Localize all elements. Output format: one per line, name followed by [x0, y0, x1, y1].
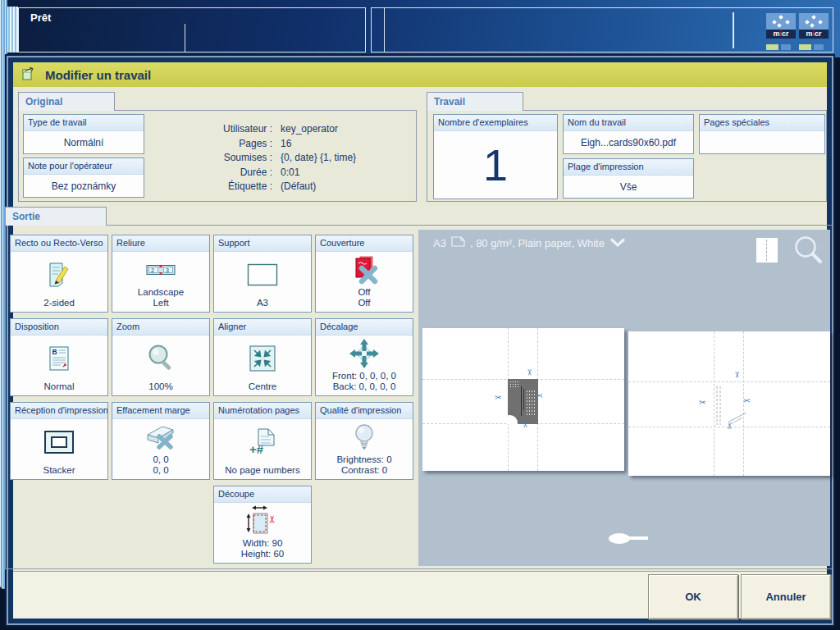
tile-special-pages[interactable]: Pages spéciales [699, 114, 825, 154]
job-info-block: Utilisateur :key_operator Pages :16 Soum… [190, 122, 410, 194]
tile-print-quality[interactable]: Qualité d'impression Brightness: 0Contra… [315, 402, 413, 480]
chevron-down-icon [609, 237, 626, 249]
info-row: Pages :16 [190, 137, 410, 152]
tray2-level-green [799, 44, 811, 50]
svg-text:+#: +# [249, 442, 264, 456]
tile-erase-margin[interactable]: Effacement marge 0, 00, 0 [112, 402, 210, 480]
tab-original[interactable]: Original [18, 92, 115, 111]
top-status-bar: Prêt micr [0, 0, 840, 57]
align-icon [214, 336, 311, 381]
tile-media[interactable]: Support A3 [213, 235, 312, 313]
tray1-level-green [766, 44, 778, 50]
svg-text:B: B [52, 348, 57, 356]
preview-sheet-front: ✂ ✂ ✂ ✂ [422, 328, 624, 471]
tile-zoom[interactable]: Zoom 100% [112, 318, 210, 396]
paper-icon [451, 236, 465, 249]
edit-job-icon [21, 66, 35, 84]
info-row: Étiquette :(Défaut) [190, 180, 410, 194]
trim-icon: ✂ [214, 503, 311, 538]
status-divider [185, 24, 185, 52]
shift-icon [316, 336, 413, 371]
tray-section-divider [733, 12, 734, 48]
tile-cover[interactable]: Couverture OffOff [315, 235, 413, 313]
media-icon [214, 252, 311, 298]
tile-trim[interactable]: Découpe ✂ Width: 90Height: 60 [213, 486, 312, 564]
micr-tray-icon-1[interactable]: micr [766, 13, 796, 39]
tray1-level-blue [781, 44, 791, 50]
micr-tray-icon-2[interactable]: micr [799, 13, 829, 39]
tile-output-tray[interactable]: Réception d'impression Stacker [10, 402, 108, 480]
tile-layout[interactable]: Disposition B Normal [10, 318, 108, 396]
info-row: Durée :0:01 [190, 166, 410, 180]
tile-align[interactable]: Aligner Centre [213, 318, 312, 396]
ok-button[interactable]: OK [648, 574, 738, 619]
cut-mark-icon: ✂ [536, 392, 542, 400]
cut-mark-icon: ✂ [726, 422, 734, 429]
tray-label: micr [799, 30, 829, 39]
tile-duplex[interactable]: Recto ou Recto-Verso 2-sided [10, 235, 108, 313]
tile-binding[interactable]: Reliure 2 3 LandscapeLeft [112, 235, 210, 313]
zoom-icon [112, 336, 209, 381]
tray2-level-blue [814, 44, 824, 50]
page-handle[interactable] [609, 533, 630, 544]
booklet-view-icon[interactable] [756, 238, 778, 262]
screen: Prêt micr [0, 0, 840, 630]
duplex-icon [11, 252, 107, 298]
tile-job-type[interactable]: Type de travail Normální [23, 114, 144, 154]
card-front-artwork [508, 379, 538, 424]
info-row: Utilisateur :key_operator [190, 122, 410, 137]
dialog-title: Modifier un travail [45, 68, 151, 82]
svg-text:✂: ✂ [267, 514, 278, 523]
layout-icon: B [11, 336, 107, 381]
tab-travail[interactable]: Travail [427, 92, 523, 111]
preview-area: A3 , 80 g/m², Plain paper, White [418, 230, 830, 566]
stacker-icon [11, 419, 107, 465]
tile-job-name[interactable]: Nom du travail Eigh...cards90x60.pdf [563, 114, 694, 154]
dialog-title-bar: Modifier un travail [13, 62, 827, 87]
tile-shift[interactable]: Décalage Front: 0, 0, 0, 0Back: 0, 0, 0,… [315, 318, 413, 396]
media-selector[interactable]: A3 , 80 g/m², Plain paper, White [433, 236, 626, 249]
tray-media-icon [799, 13, 829, 30]
tile-copies[interactable]: Nombre d'exemplaires 1 [433, 114, 558, 199]
crop-line [714, 331, 714, 476]
media-name: A3 [433, 237, 446, 249]
page-numbers-icon: +# [214, 419, 311, 465]
crop-line [628, 381, 830, 382]
media-details: , 80 g/m², Plain paper, White [470, 237, 605, 249]
tray-box-divider [384, 8, 385, 52]
svg-text:2: 2 [151, 267, 154, 272]
stripe-accent [7, 7, 18, 52]
cut-mark-icon: ✂ [743, 397, 750, 405]
info-row: Soumises :{0, date} {1, time} [190, 151, 410, 166]
preview-zoom-icon[interactable] [792, 235, 824, 271]
tray-label: micr [766, 30, 796, 39]
cut-mark-icon: ✂ [733, 372, 741, 378]
copies-count: 1 [483, 139, 508, 190]
svg-text:3: 3 [166, 267, 169, 272]
tab-sortie[interactable]: Sortie [5, 207, 107, 226]
cut-mark-icon: ✂ [522, 421, 530, 427]
tray-box: micr micr [371, 7, 833, 52]
tile-operator-note[interactable]: Note pour l'opérateur Bez poznámky [23, 158, 144, 198]
cut-mark-icon: ✂ [699, 399, 705, 407]
cut-mark-icon: ✂ [495, 394, 501, 402]
binding-icon: 2 3 [112, 252, 209, 287]
printer-status-text: Prêt [30, 11, 51, 24]
card-back-artwork [715, 386, 723, 425]
tile-print-range[interactable]: Plage d'impression Vše [563, 158, 694, 199]
page-handle-tail [628, 536, 648, 540]
status-box: Prêt [18, 7, 366, 52]
erase-margin-icon [112, 419, 209, 454]
tile-page-numbers[interactable]: Numérotation pages +# No page numbers [213, 402, 312, 480]
print-quality-icon [316, 419, 413, 454]
cover-icon [316, 252, 413, 287]
cut-mark-icon: ✂ [525, 369, 533, 376]
cancel-button[interactable]: Annuler [741, 574, 831, 619]
preview-sheet-back: ✂ ✂ ✂ ✂ [628, 331, 830, 476]
tray-media-icon [766, 13, 796, 30]
